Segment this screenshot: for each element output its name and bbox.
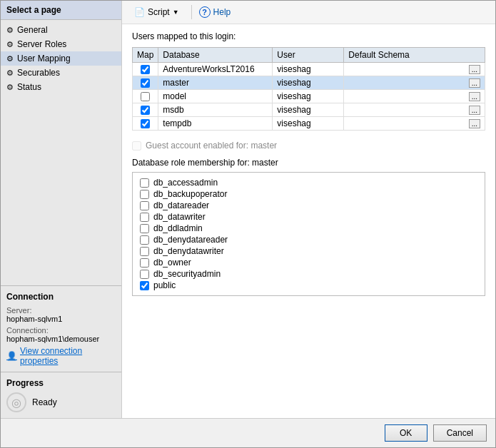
server-value: hopham-sqlvm1 [6, 315, 116, 323]
role-section-label: Database role membership for: master [132, 158, 485, 168]
user-cell-0: viseshag [273, 63, 344, 76]
db-cell-1: master [158, 76, 273, 90]
right-panel: 📄 Script ▼ ? Help Users mapped to this l… [122, 1, 495, 418]
table-row[interactable]: AdventureWorksLT2016 viseshag ... [133, 63, 485, 76]
view-connection-label: View connection properties [20, 346, 116, 366]
role-label-6: db_denydatawriter [153, 246, 224, 256]
toolbar: 📄 Script ▼ ? Help [122, 1, 495, 24]
table-row[interactable]: master viseshag ... [133, 76, 485, 90]
role-checkbox-2[interactable] [140, 201, 149, 210]
role-checkbox-5[interactable] [140, 235, 149, 245]
user-cell-2: viseshag [273, 90, 344, 103]
dialog-body: Select a page ⚙ General ⚙ Server Roles ⚙… [1, 1, 495, 418]
map-checkbox-0[interactable] [141, 65, 150, 74]
dialog: Select a page ⚙ General ⚙ Server Roles ⚙… [0, 0, 496, 448]
schema-cell-4: ... [344, 117, 485, 131]
sidebar-item-server-roles-label: Server Roles [17, 39, 66, 49]
role-label-5: db_denydatareader [153, 235, 228, 245]
guest-account-label: Guest account enabled for: master [146, 141, 277, 151]
connection-value: hopham-sqlvm1\demouser [6, 335, 116, 343]
col-database: Database [158, 48, 273, 63]
user-cell-3: viseshag [273, 103, 344, 117]
help-icon: ? [199, 6, 211, 18]
db-cell-3: msdb [158, 103, 273, 117]
user-mapping-icon: ⚙ [6, 54, 14, 63]
connection-title: Connection [6, 292, 116, 302]
role-label-8: db_securityadmin [153, 269, 221, 279]
role-checkbox-6[interactable] [140, 247, 149, 256]
role-checkbox-7[interactable] [140, 258, 149, 268]
role-item-7: db_owner [140, 257, 477, 268]
role-item-6: db_denydatawriter [140, 245, 477, 257]
help-button[interactable]: ? Help [199, 6, 231, 18]
table-row[interactable]: tempdb viseshag ... [133, 117, 485, 131]
role-label-1: db_backupoperator [153, 189, 227, 199]
role-checkbox-3[interactable] [140, 213, 149, 222]
user-cell-1: viseshag [273, 76, 344, 90]
left-panel: Select a page ⚙ General ⚙ Server Roles ⚙… [1, 1, 122, 418]
role-item-0: db_accessadmin [140, 177, 477, 188]
db-cell-0: AdventureWorksLT2016 [158, 63, 273, 76]
progress-content: ◎ Ready [6, 392, 116, 412]
sidebar-item-user-mapping[interactable]: ⚙ User Mapping [1, 51, 121, 66]
db-cell-4: tempdb [158, 117, 273, 131]
sidebar-item-status[interactable]: ⚙ Status [1, 80, 121, 94]
col-user: User [273, 48, 344, 63]
sidebar-item-securables[interactable]: ⚙ Securables [1, 66, 121, 80]
role-checkbox-1[interactable] [140, 190, 149, 199]
script-button[interactable]: 📄 Script ▼ [129, 5, 184, 19]
sidebar-item-general-label: General [17, 25, 48, 35]
map-checkbox-1[interactable] [141, 78, 150, 88]
user-cell-4: viseshag [273, 117, 344, 131]
role-checkbox-9[interactable] [140, 281, 149, 290]
role-checkbox-0[interactable] [140, 178, 149, 188]
sidebar-item-user-mapping-label: User Mapping [17, 54, 71, 63]
col-schema: Default Schema [344, 48, 485, 63]
schema-ellipsis-1[interactable]: ... [469, 78, 480, 88]
users-section-label: Users mapped to this login: [132, 31, 485, 41]
dialog-footer: OK Cancel [1, 418, 495, 447]
users-table: Map Database User Default Schema Adventu… [132, 47, 485, 131]
table-row[interactable]: model viseshag ... [133, 90, 485, 103]
sidebar-item-general[interactable]: ⚙ General [1, 23, 121, 37]
connection-section: Connection Server: hopham-sqlvm1 Connect… [1, 285, 121, 372]
schema-ellipsis-4[interactable]: ... [469, 119, 480, 128]
status-icon: ⚙ [6, 83, 14, 92]
schema-ellipsis-3[interactable]: ... [469, 106, 480, 115]
role-label-2: db_datareader [153, 200, 209, 210]
script-icon: 📄 [134, 7, 145, 17]
role-checkbox-8[interactable] [140, 270, 149, 279]
role-item-2: db_datareader [140, 200, 477, 211]
schema-cell-1: ... [344, 76, 485, 90]
schema-ellipsis-0[interactable]: ... [469, 65, 480, 74]
cancel-button[interactable]: Cancel [433, 424, 487, 442]
progress-spinner: ◎ [6, 392, 26, 412]
map-checkbox-2[interactable] [141, 92, 150, 101]
role-item-1: db_backupoperator [140, 188, 477, 200]
roles-box: db_accessadmin db_backupoperator db_data… [132, 172, 485, 296]
map-checkbox-4[interactable] [141, 119, 150, 128]
general-icon: ⚙ [6, 26, 14, 35]
toolbar-divider [191, 5, 192, 19]
nav-items: ⚙ General ⚙ Server Roles ⚙ User Mapping … [1, 20, 121, 285]
role-checkbox-4[interactable] [140, 224, 149, 233]
ok-button[interactable]: OK [385, 424, 427, 442]
role-item-8: db_securityadmin [140, 268, 477, 280]
role-label-4: db_ddladmin [153, 223, 203, 233]
view-connection-link[interactable]: 👤 View connection properties [6, 346, 116, 366]
progress-title: Progress [6, 378, 116, 388]
db-cell-2: model [158, 90, 273, 103]
role-item-4: db_ddladmin [140, 223, 477, 234]
schema-cell-3: ... [344, 103, 485, 117]
map-checkbox-3[interactable] [141, 106, 150, 115]
left-panel-header: Select a page [1, 1, 121, 20]
sidebar-item-securables-label: Securables [17, 68, 60, 78]
schema-ellipsis-2[interactable]: ... [469, 92, 480, 101]
securables-icon: ⚙ [6, 68, 14, 78]
table-row[interactable]: msdb viseshag ... [133, 103, 485, 117]
server-label: Server: [6, 306, 116, 315]
role-item-3: db_datawriter [140, 211, 477, 223]
sidebar-item-server-roles[interactable]: ⚙ Server Roles [1, 37, 121, 51]
role-label-0: db_accessadmin [153, 178, 218, 188]
server-roles-icon: ⚙ [6, 40, 14, 49]
